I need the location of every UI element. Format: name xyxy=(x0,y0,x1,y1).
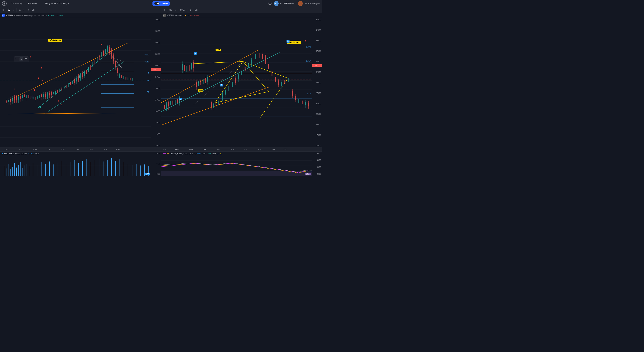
left-chart-area[interactable]: 500.00 450.00 400.00 350.00 300.00 250.0… xyxy=(0,18,161,148)
svg-line-23 xyxy=(48,62,124,112)
svg-rect-57 xyxy=(28,95,29,98)
main-area: ≡ W ▾ 69◂▾ 𝑓 VS C CRWD CrowdStrike Holdi… xyxy=(0,7,322,176)
wave-B: B xyxy=(194,52,196,55)
svg-rect-109 xyxy=(80,74,81,78)
left-indicator1[interactable]: 69◂▾ xyxy=(18,8,24,11)
right-price-change: -1.95 · 0.75% xyxy=(188,14,199,16)
svg-rect-85 xyxy=(55,91,56,94)
svg-rect-323 xyxy=(288,78,288,82)
left-mtc-cluster: MTC Cluster xyxy=(48,39,62,42)
svg-rect-245 xyxy=(174,100,176,104)
rsi-val2: 18.46 xyxy=(206,153,212,155)
left-exchange: NASDAQ xyxy=(38,14,46,16)
toggle-switch[interactable] xyxy=(154,2,159,5)
indicator-name: MTC Setup Phase Counter xyxy=(4,153,28,155)
left-time-axis: 2021 JUN 2022 JUN 2023 JUN 2024 JUN 2025 xyxy=(0,148,161,151)
time-jun1: JUN xyxy=(19,149,22,151)
left-chart-panel: ≡ W ▾ 69◂▾ 𝑓 VS C CRWD CrowdStrike Holdi… xyxy=(0,7,161,176)
wave-5-bot: 5 xyxy=(61,104,62,106)
wave-D: D xyxy=(286,40,290,43)
svg-rect-45 xyxy=(16,96,17,100)
svg-rect-303 xyxy=(256,54,256,59)
svg-line-223 xyxy=(161,50,258,103)
svg-line-225 xyxy=(161,52,280,112)
wave-4-top: 4 xyxy=(38,77,39,79)
right-menu-btn[interactable]: ≡ xyxy=(162,8,166,11)
add-widgets-label: Add widgets xyxy=(308,2,320,5)
svg-rect-51 xyxy=(22,95,23,98)
user-section[interactable]: M MUSTERMAN.. xyxy=(274,1,296,6)
rsi-val3: NaN xyxy=(212,153,216,155)
left-toolbar: ≡ W ▾ 69◂▾ 𝑓 VS xyxy=(0,7,161,13)
svg-rect-315 xyxy=(275,77,276,82)
left-live-dot xyxy=(48,15,49,16)
svg-rect-145 xyxy=(117,68,118,73)
daily-work-dropdown[interactable]: Daily Work & Drawing ▾ xyxy=(45,2,69,5)
svg-rect-291 xyxy=(235,78,236,83)
svg-line-28 xyxy=(112,57,124,62)
left-timeframe[interactable]: W xyxy=(7,8,11,11)
svg-rect-153 xyxy=(126,77,126,79)
top-nav: Community Platform | Daily Work & Drawin… xyxy=(0,0,322,7)
svg-rect-309 xyxy=(265,56,266,61)
wave-3-left: 3 xyxy=(24,94,25,96)
right-indicator1[interactable]: 69◂▾ xyxy=(179,8,186,11)
svg-rect-269 xyxy=(203,79,204,84)
platform-nav[interactable]: Platform xyxy=(27,1,39,5)
draw-pen-btn[interactable]: ✏ xyxy=(20,57,23,61)
sep2 xyxy=(16,8,16,11)
svg-rect-65 xyxy=(34,97,36,100)
help-button[interactable]: ? xyxy=(268,1,272,5)
fib-1396-badge: 1.396 xyxy=(216,49,221,51)
community-nav[interactable]: Community xyxy=(10,1,24,5)
svg-rect-39 xyxy=(10,99,11,102)
svg-line-21 xyxy=(8,113,116,114)
rsi-symbol: CRWD xyxy=(195,153,200,155)
svg-rect-263 xyxy=(196,82,197,87)
time-2023: 2023 xyxy=(61,149,65,151)
svg-rect-275 xyxy=(211,102,212,107)
left-symbol-name[interactable]: CRWD xyxy=(6,14,13,17)
right-chart-area[interactable]: 450.00 425.00 400.00 375.00 350.00 325.0… xyxy=(161,18,322,148)
svg-rect-133 xyxy=(105,49,106,54)
wave-4-right: 4 xyxy=(42,79,43,81)
svg-rect-75 xyxy=(45,94,46,97)
left-vs-btn[interactable]: VS xyxy=(31,8,36,11)
svg-rect-285 xyxy=(225,90,226,95)
add-widgets-button[interactable]: ⊞ Add widgets xyxy=(305,2,320,5)
right-tf-arrow[interactable]: ▾ xyxy=(174,8,177,11)
right-timeframe[interactable]: 4h xyxy=(168,8,173,11)
draw-dots-btn[interactable]: ⋮⋮ xyxy=(15,57,19,61)
svg-rect-83 xyxy=(53,92,54,94)
svg-rect-159 xyxy=(132,78,133,80)
rtime-jun: JUN xyxy=(230,149,234,151)
rtime-may: MAY xyxy=(216,149,220,151)
svg-rect-49 xyxy=(20,96,21,99)
svg-rect-281 xyxy=(218,101,218,105)
indicator-symbol: CRWD xyxy=(28,153,34,155)
svg-rect-277 xyxy=(214,103,214,108)
svg-rect-99 xyxy=(70,82,70,85)
symbol-toggle[interactable]: CRWD xyxy=(152,1,170,5)
time-2021: 2021 xyxy=(5,149,9,151)
time-jun3: JUN xyxy=(75,149,78,151)
svg-rect-81 xyxy=(51,92,52,95)
svg-rect-43 xyxy=(14,97,15,100)
left-tf-arrow[interactable]: ▾ xyxy=(12,8,15,11)
app-logo[interactable] xyxy=(2,1,7,6)
right-vs-btn[interactable]: VS xyxy=(194,8,198,11)
right-symbol-icon: C xyxy=(163,14,166,17)
svg-rect-123 xyxy=(94,60,96,64)
right-settings-btn[interactable]: ⚙ xyxy=(188,8,192,11)
right-symbol-name[interactable]: CRWD xyxy=(168,14,174,17)
draw-lines-btn[interactable]: ☰ xyxy=(24,57,28,61)
rsi-indicator-line xyxy=(163,154,169,154)
left-func-btn[interactable]: 𝑓 xyxy=(27,8,30,11)
svg-rect-325 xyxy=(292,91,293,96)
svg-rect-89 xyxy=(60,89,60,92)
wave-1-mid: 1 xyxy=(34,89,35,91)
svg-rect-151 xyxy=(124,76,124,79)
svg-rect-259 xyxy=(191,63,192,70)
left-menu-btn[interactable]: ≡ xyxy=(2,8,5,11)
wave-0-right: 0 xyxy=(305,40,306,42)
